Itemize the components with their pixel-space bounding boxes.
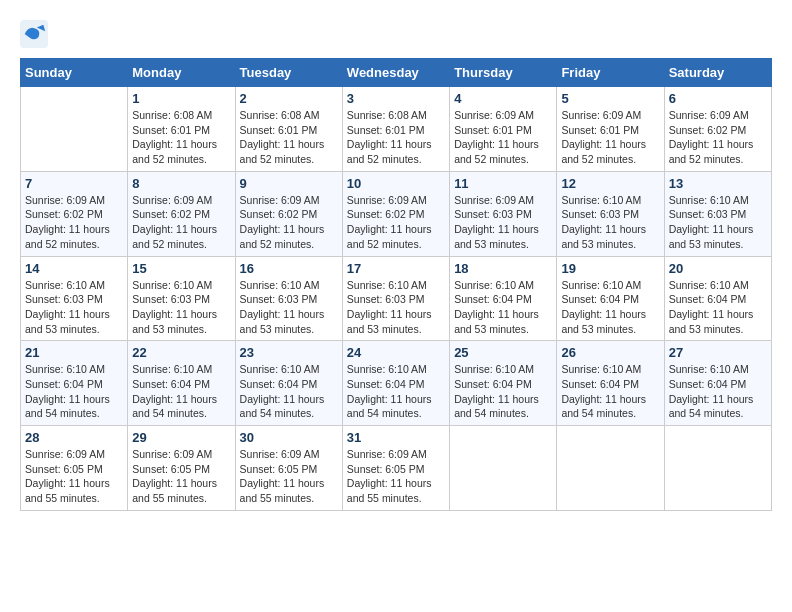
week-row-3: 14Sunrise: 6:10 AMSunset: 6:03 PMDayligh… xyxy=(21,256,772,341)
calendar-cell xyxy=(664,426,771,511)
header-day-thursday: Thursday xyxy=(450,59,557,87)
calendar-cell: 23Sunrise: 6:10 AMSunset: 6:04 PMDayligh… xyxy=(235,341,342,426)
header-day-wednesday: Wednesday xyxy=(342,59,449,87)
calendar-cell: 24Sunrise: 6:10 AMSunset: 6:04 PMDayligh… xyxy=(342,341,449,426)
calendar-cell: 9Sunrise: 6:09 AMSunset: 6:02 PMDaylight… xyxy=(235,171,342,256)
day-info: Sunrise: 6:08 AMSunset: 6:01 PMDaylight:… xyxy=(347,108,445,167)
calendar-cell: 19Sunrise: 6:10 AMSunset: 6:04 PMDayligh… xyxy=(557,256,664,341)
day-info: Sunrise: 6:10 AMSunset: 6:04 PMDaylight:… xyxy=(561,278,659,337)
calendar-cell: 28Sunrise: 6:09 AMSunset: 6:05 PMDayligh… xyxy=(21,426,128,511)
calendar-cell: 21Sunrise: 6:10 AMSunset: 6:04 PMDayligh… xyxy=(21,341,128,426)
day-number: 1 xyxy=(132,91,230,106)
day-info: Sunrise: 6:09 AMSunset: 6:05 PMDaylight:… xyxy=(132,447,230,506)
calendar-cell: 6Sunrise: 6:09 AMSunset: 6:02 PMDaylight… xyxy=(664,87,771,172)
day-info: Sunrise: 6:09 AMSunset: 6:02 PMDaylight:… xyxy=(132,193,230,252)
header-day-friday: Friday xyxy=(557,59,664,87)
header-day-saturday: Saturday xyxy=(664,59,771,87)
calendar-cell xyxy=(21,87,128,172)
calendar-cell: 26Sunrise: 6:10 AMSunset: 6:04 PMDayligh… xyxy=(557,341,664,426)
header-day-monday: Monday xyxy=(128,59,235,87)
day-number: 27 xyxy=(669,345,767,360)
header-row: SundayMondayTuesdayWednesdayThursdayFrid… xyxy=(21,59,772,87)
calendar-cell: 29Sunrise: 6:09 AMSunset: 6:05 PMDayligh… xyxy=(128,426,235,511)
day-info: Sunrise: 6:09 AMSunset: 6:01 PMDaylight:… xyxy=(561,108,659,167)
calendar-cell: 12Sunrise: 6:10 AMSunset: 6:03 PMDayligh… xyxy=(557,171,664,256)
day-info: Sunrise: 6:10 AMSunset: 6:04 PMDaylight:… xyxy=(561,362,659,421)
day-info: Sunrise: 6:10 AMSunset: 6:04 PMDaylight:… xyxy=(132,362,230,421)
day-number: 24 xyxy=(347,345,445,360)
day-number: 25 xyxy=(454,345,552,360)
day-number: 10 xyxy=(347,176,445,191)
week-row-5: 28Sunrise: 6:09 AMSunset: 6:05 PMDayligh… xyxy=(21,426,772,511)
week-row-4: 21Sunrise: 6:10 AMSunset: 6:04 PMDayligh… xyxy=(21,341,772,426)
calendar-cell: 5Sunrise: 6:09 AMSunset: 6:01 PMDaylight… xyxy=(557,87,664,172)
logo-icon xyxy=(20,20,48,48)
day-number: 5 xyxy=(561,91,659,106)
day-number: 7 xyxy=(25,176,123,191)
day-info: Sunrise: 6:08 AMSunset: 6:01 PMDaylight:… xyxy=(240,108,338,167)
calendar-cell: 10Sunrise: 6:09 AMSunset: 6:02 PMDayligh… xyxy=(342,171,449,256)
day-number: 26 xyxy=(561,345,659,360)
day-info: Sunrise: 6:10 AMSunset: 6:03 PMDaylight:… xyxy=(240,278,338,337)
week-row-2: 7Sunrise: 6:09 AMSunset: 6:02 PMDaylight… xyxy=(21,171,772,256)
day-number: 14 xyxy=(25,261,123,276)
day-number: 28 xyxy=(25,430,123,445)
calendar-cell: 13Sunrise: 6:10 AMSunset: 6:03 PMDayligh… xyxy=(664,171,771,256)
day-info: Sunrise: 6:10 AMSunset: 6:04 PMDaylight:… xyxy=(240,362,338,421)
calendar-cell: 20Sunrise: 6:10 AMSunset: 6:04 PMDayligh… xyxy=(664,256,771,341)
day-number: 15 xyxy=(132,261,230,276)
day-info: Sunrise: 6:10 AMSunset: 6:04 PMDaylight:… xyxy=(454,278,552,337)
day-info: Sunrise: 6:10 AMSunset: 6:03 PMDaylight:… xyxy=(132,278,230,337)
day-number: 6 xyxy=(669,91,767,106)
calendar-cell: 11Sunrise: 6:09 AMSunset: 6:03 PMDayligh… xyxy=(450,171,557,256)
day-number: 8 xyxy=(132,176,230,191)
day-number: 31 xyxy=(347,430,445,445)
day-info: Sunrise: 6:09 AMSunset: 6:03 PMDaylight:… xyxy=(454,193,552,252)
day-number: 17 xyxy=(347,261,445,276)
day-number: 3 xyxy=(347,91,445,106)
calendar-cell: 31Sunrise: 6:09 AMSunset: 6:05 PMDayligh… xyxy=(342,426,449,511)
day-number: 23 xyxy=(240,345,338,360)
day-info: Sunrise: 6:09 AMSunset: 6:05 PMDaylight:… xyxy=(25,447,123,506)
calendar-cell: 30Sunrise: 6:09 AMSunset: 6:05 PMDayligh… xyxy=(235,426,342,511)
day-number: 12 xyxy=(561,176,659,191)
calendar-cell xyxy=(450,426,557,511)
header-day-tuesday: Tuesday xyxy=(235,59,342,87)
day-number: 18 xyxy=(454,261,552,276)
day-info: Sunrise: 6:10 AMSunset: 6:03 PMDaylight:… xyxy=(561,193,659,252)
day-info: Sunrise: 6:09 AMSunset: 6:05 PMDaylight:… xyxy=(347,447,445,506)
day-number: 13 xyxy=(669,176,767,191)
day-number: 2 xyxy=(240,91,338,106)
day-number: 4 xyxy=(454,91,552,106)
day-info: Sunrise: 6:08 AMSunset: 6:01 PMDaylight:… xyxy=(132,108,230,167)
day-number: 29 xyxy=(132,430,230,445)
logo xyxy=(20,20,50,48)
calendar-cell: 2Sunrise: 6:08 AMSunset: 6:01 PMDaylight… xyxy=(235,87,342,172)
day-info: Sunrise: 6:10 AMSunset: 6:03 PMDaylight:… xyxy=(669,193,767,252)
day-info: Sunrise: 6:10 AMSunset: 6:04 PMDaylight:… xyxy=(347,362,445,421)
calendar-header: SundayMondayTuesdayWednesdayThursdayFrid… xyxy=(21,59,772,87)
calendar-cell: 16Sunrise: 6:10 AMSunset: 6:03 PMDayligh… xyxy=(235,256,342,341)
day-info: Sunrise: 6:10 AMSunset: 6:03 PMDaylight:… xyxy=(347,278,445,337)
header-day-sunday: Sunday xyxy=(21,59,128,87)
calendar-cell: 17Sunrise: 6:10 AMSunset: 6:03 PMDayligh… xyxy=(342,256,449,341)
day-info: Sunrise: 6:09 AMSunset: 6:02 PMDaylight:… xyxy=(25,193,123,252)
calendar-cell: 25Sunrise: 6:10 AMSunset: 6:04 PMDayligh… xyxy=(450,341,557,426)
calendar-cell: 7Sunrise: 6:09 AMSunset: 6:02 PMDaylight… xyxy=(21,171,128,256)
day-info: Sunrise: 6:09 AMSunset: 6:02 PMDaylight:… xyxy=(669,108,767,167)
calendar-cell: 3Sunrise: 6:08 AMSunset: 6:01 PMDaylight… xyxy=(342,87,449,172)
day-number: 22 xyxy=(132,345,230,360)
day-info: Sunrise: 6:10 AMSunset: 6:04 PMDaylight:… xyxy=(454,362,552,421)
calendar-cell: 27Sunrise: 6:10 AMSunset: 6:04 PMDayligh… xyxy=(664,341,771,426)
day-info: Sunrise: 6:10 AMSunset: 6:04 PMDaylight:… xyxy=(25,362,123,421)
day-info: Sunrise: 6:10 AMSunset: 6:03 PMDaylight:… xyxy=(25,278,123,337)
day-number: 19 xyxy=(561,261,659,276)
calendar-cell: 15Sunrise: 6:10 AMSunset: 6:03 PMDayligh… xyxy=(128,256,235,341)
calendar-table: SundayMondayTuesdayWednesdayThursdayFrid… xyxy=(20,58,772,511)
day-number: 16 xyxy=(240,261,338,276)
day-info: Sunrise: 6:10 AMSunset: 6:04 PMDaylight:… xyxy=(669,278,767,337)
calendar-cell: 14Sunrise: 6:10 AMSunset: 6:03 PMDayligh… xyxy=(21,256,128,341)
day-number: 21 xyxy=(25,345,123,360)
week-row-1: 1Sunrise: 6:08 AMSunset: 6:01 PMDaylight… xyxy=(21,87,772,172)
calendar-cell: 1Sunrise: 6:08 AMSunset: 6:01 PMDaylight… xyxy=(128,87,235,172)
